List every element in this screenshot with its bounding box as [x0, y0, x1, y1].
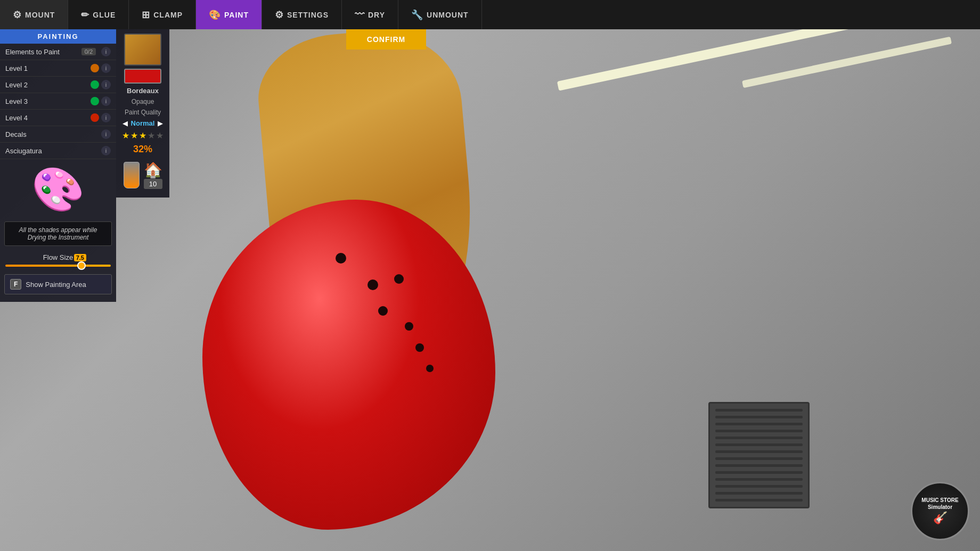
mount-icon: ⚙ — [13, 9, 22, 21]
quality-selector: ◀ Normal ▶ — [123, 119, 164, 127]
confirm-label: CONFIRM — [367, 35, 405, 44]
nav-mount[interactable]: ⚙ MOUNT — [0, 0, 68, 29]
quality-value: Normal — [131, 119, 155, 127]
paint-brush-tool[interactable] — [124, 162, 140, 188]
asciugatura-label: Asciugatura — [5, 147, 99, 155]
logo-text: MUSIC STORE Simulator 🎸 — [921, 497, 958, 526]
vent-slat — [715, 430, 803, 432]
level1-label: Level 1 — [5, 64, 91, 72]
nav-paint-label: PAINT — [224, 11, 249, 19]
nav-unmount-label: UNMOUNT — [427, 11, 469, 19]
nav-dry-label: DRY — [368, 11, 385, 19]
nav-glue-label: GLUE — [93, 11, 116, 19]
settings-icon: ⚙ — [275, 9, 284, 21]
house-icon[interactable]: 🏠 — [144, 161, 162, 179]
vent-slat — [715, 485, 803, 488]
nav-mount-label: MOUNT — [25, 11, 55, 19]
color-name: Bordeaux — [127, 87, 159, 95]
guitar-hole-1 — [336, 253, 346, 264]
level2-row: Level 2 i — [0, 77, 116, 93]
panel-title: PAINTING — [0, 29, 116, 44]
paint-percent: 32% — [133, 144, 152, 155]
show-painting-area-button[interactable]: F Show Painting Area — [4, 274, 112, 294]
logo: MUSIC STORE Simulator 🎸 — [911, 482, 969, 540]
star-2: ★ — [130, 130, 138, 141]
guitar-hole-4 — [378, 306, 388, 316]
paint-count: 10 — [144, 179, 162, 189]
asciugatura-row: Asciugatura i — [0, 143, 116, 159]
vent-slat — [715, 471, 803, 474]
vent-slats — [710, 404, 808, 507]
guitar-hole-5 — [405, 322, 413, 331]
nav-paint[interactable]: 🎨 PAINT — [196, 0, 262, 29]
paint-tools-right: 🏠 10 — [144, 161, 162, 189]
palette-decoration-area: 🎨 — [0, 159, 116, 217]
vent-slat — [715, 464, 803, 467]
vent-slat — [715, 499, 803, 501]
confirm-button[interactable]: CONFIRM — [346, 29, 426, 50]
logo-line2: Simulator — [921, 504, 958, 511]
level4-row: Level 4 i — [0, 110, 116, 126]
vent-slat — [715, 416, 803, 418]
guitar-hole-7 — [426, 365, 434, 372]
color-type: Opaque — [132, 98, 154, 105]
decals-info-btn[interactable]: i — [101, 129, 111, 139]
vent-slat — [715, 457, 803, 460]
nav-clamp[interactable]: ⊞ CLAMP — [129, 0, 196, 29]
paint-tools: 🏠 10 — [120, 158, 166, 192]
elements-label: Elements to Paint — [5, 48, 81, 56]
paint-icon: 🎨 — [209, 9, 221, 21]
star-5: ★ — [156, 130, 164, 141]
guitar-hole-6 — [415, 343, 424, 352]
level3-row: Level 3 i — [0, 93, 116, 110]
flow-size-slider[interactable]: 7.5 — [0, 262, 116, 272]
logo-line1: MUSIC STORE — [921, 497, 958, 504]
nav-settings-label: SETTINGS — [287, 11, 329, 19]
star-4: ★ — [148, 130, 155, 141]
level4-label: Level 4 — [5, 114, 91, 122]
level1-row: Level 1 i — [0, 60, 116, 77]
info-text-box: All the shades appear while Drying the I… — [4, 221, 112, 246]
quality-next-arrow[interactable]: ▶ — [158, 119, 163, 127]
guitar-hole-3 — [394, 274, 404, 284]
f-key-badge: F — [10, 279, 21, 290]
vent-slat — [715, 409, 803, 412]
quality-stars: ★ ★ ★ ★ ★ — [122, 130, 164, 141]
star-1: ★ — [122, 130, 129, 141]
vent — [708, 402, 810, 508]
level2-info-btn[interactable]: i — [101, 80, 111, 89]
level4-status-icon — [91, 113, 99, 122]
dry-icon: 〰 — [355, 9, 365, 20]
level3-info-btn[interactable]: i — [101, 96, 111, 106]
vent-slat — [715, 478, 803, 481]
color-panel: Bordeaux Opaque Paint Quality ◀ Normal ▶… — [116, 29, 169, 198]
glue-icon: ✏ — [81, 9, 89, 21]
top-navigation: ⚙ MOUNT ✏ GLUE ⊞ CLAMP 🎨 PAINT ⚙ SETTING… — [0, 0, 980, 29]
slider-thumb — [77, 261, 86, 270]
vent-slat — [715, 492, 803, 495]
elements-info-btn[interactable]: i — [101, 47, 111, 56]
asciugatura-info-btn[interactable]: i — [101, 146, 111, 155]
quality-prev-arrow[interactable]: ◀ — [123, 119, 128, 127]
nav-settings[interactable]: ⚙ SETTINGS — [262, 0, 342, 29]
level4-info-btn[interactable]: i — [101, 113, 111, 122]
level1-status-icon — [91, 64, 99, 72]
elements-badge: 0/2 — [81, 48, 96, 55]
quality-label: Paint Quality — [125, 109, 161, 116]
nav-unmount[interactable]: 🔧 UNMOUNT — [398, 0, 482, 29]
elements-to-paint-row: Elements to Paint 0/2 i — [0, 44, 116, 60]
palette-icon: 🎨 — [31, 165, 85, 215]
nav-glue[interactable]: ✏ GLUE — [68, 0, 129, 29]
logo-icon: 🎸 — [921, 511, 958, 526]
color-swatch[interactable] — [124, 69, 161, 84]
slider-track: 7.5 — [5, 265, 111, 267]
level1-info-btn[interactable]: i — [101, 63, 111, 73]
vent-slat — [715, 443, 803, 446]
vent-slat — [715, 423, 803, 425]
decals-row: Decals i — [0, 126, 116, 143]
decals-label: Decals — [5, 130, 99, 138]
clamp-icon: ⊞ — [142, 9, 150, 21]
nav-dry[interactable]: 〰 DRY — [342, 0, 398, 29]
show-painting-area-label: Show Painting Area — [26, 281, 86, 289]
level3-label: Level 3 — [5, 97, 91, 105]
